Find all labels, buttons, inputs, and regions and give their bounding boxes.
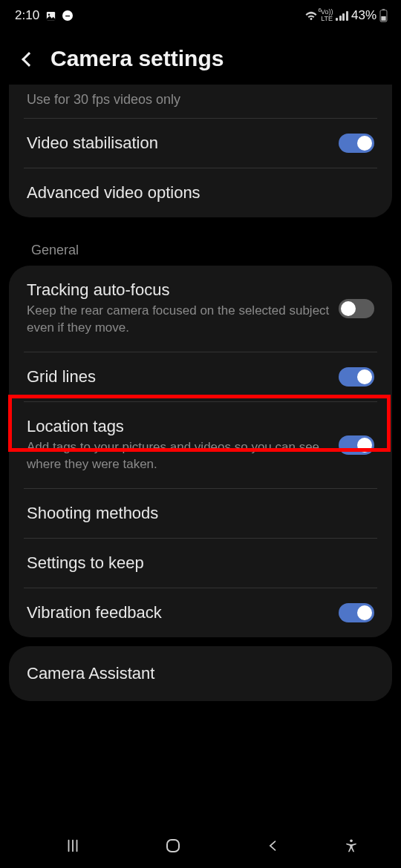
grid-lines-label: Grid lines xyxy=(27,367,331,387)
grid-lines-row[interactable]: Grid lines xyxy=(24,352,377,402)
advanced-video-row[interactable]: Advanced video options xyxy=(24,168,377,217)
back-icon[interactable] xyxy=(22,52,36,67)
video-stabilisation-row[interactable]: Video stabilisation xyxy=(24,119,377,168)
photos-icon xyxy=(45,10,56,22)
status-time: 2:10 xyxy=(15,8,39,23)
accessibility-button[interactable] xyxy=(336,838,366,853)
battery-icon xyxy=(379,9,388,22)
status-bar: 2:10 – 6 Vo)) LTE 43% xyxy=(0,0,401,28)
settings-to-keep-label: Settings to keep xyxy=(27,553,367,573)
location-tags-toggle[interactable] xyxy=(339,435,374,455)
video-stabilisation-toggle[interactable] xyxy=(339,134,374,153)
page-title: Camera settings xyxy=(50,46,224,71)
video-stabilisation-label: Video stabilisation xyxy=(27,134,331,153)
truncated-text: Use for 30 fps videos only xyxy=(24,85,377,119)
tracking-autofocus-toggle[interactable] xyxy=(339,299,374,318)
camera-assistant-card[interactable]: Camera Assistant xyxy=(9,646,392,701)
signal-icon xyxy=(336,10,348,21)
general-card: Tracking auto-focus Keep the rear camera… xyxy=(9,266,392,637)
shooting-methods-row[interactable]: Shooting methods xyxy=(24,489,377,539)
vibration-feedback-row[interactable]: Vibration feedback xyxy=(24,588,377,637)
header: Camera settings xyxy=(0,28,401,85)
volte-icon: Vo)) LTE xyxy=(321,9,333,22)
advanced-video-label: Advanced video options xyxy=(27,183,367,203)
wifi-icon: 6 xyxy=(304,9,318,22)
tracking-autofocus-row[interactable]: Tracking auto-focus Keep the rear camera… xyxy=(24,266,377,352)
vibration-feedback-toggle[interactable] xyxy=(339,603,374,622)
svg-point-1 xyxy=(48,13,50,16)
svg-rect-8 xyxy=(167,840,179,852)
home-button[interactable] xyxy=(136,837,210,855)
back-button[interactable] xyxy=(236,838,310,853)
battery-percent: 43% xyxy=(351,8,376,23)
recents-button[interactable] xyxy=(36,838,110,854)
shooting-methods-label: Shooting methods xyxy=(27,504,367,523)
settings-to-keep-row[interactable]: Settings to keep xyxy=(24,539,377,588)
status-left: 2:10 – xyxy=(15,8,73,23)
status-right: 6 Vo)) LTE 43% xyxy=(304,8,388,23)
video-card: Use for 30 fps videos only Video stabili… xyxy=(9,85,392,217)
location-tags-label: Location tags xyxy=(27,417,331,436)
grid-lines-toggle[interactable] xyxy=(339,367,374,387)
general-section-label: General xyxy=(9,226,392,266)
svg-rect-4 xyxy=(381,16,385,21)
location-tags-sub: Add tags to your pictures and videos so … xyxy=(27,439,331,473)
svg-point-9 xyxy=(350,840,353,843)
navigation-bar xyxy=(0,823,401,868)
camera-assistant-label: Camera Assistant xyxy=(27,664,374,683)
vibration-feedback-label: Vibration feedback xyxy=(27,603,331,622)
tracking-autofocus-label: Tracking auto-focus xyxy=(27,280,331,300)
dnd-icon: – xyxy=(62,10,73,21)
tracking-autofocus-sub: Keep the rear camera focused on the sele… xyxy=(27,303,331,337)
location-tags-row[interactable]: Location tags Add tags to your pictures … xyxy=(24,402,377,489)
